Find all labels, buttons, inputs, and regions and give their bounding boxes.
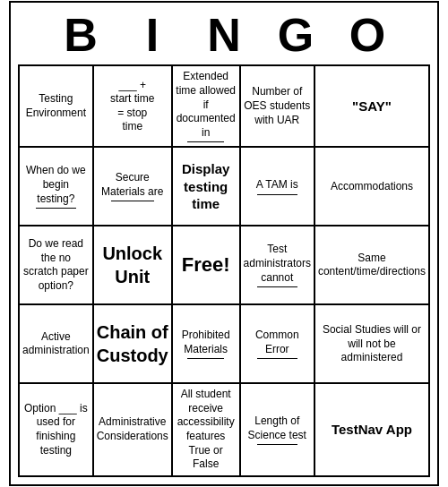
cell-11: Unlock Unit xyxy=(94,226,173,305)
cell-text-17: Prohibited Materials xyxy=(176,329,237,356)
cell-text-14: Same content/time/directions xyxy=(318,252,426,279)
cell-text-21: Administrative Considerations xyxy=(97,415,168,443)
cell-3: Number of OES students with UAR xyxy=(241,66,315,148)
cell-6: Secure Materials are xyxy=(94,148,173,226)
cell-15: Active administration xyxy=(20,305,94,384)
cell-21: Administrative Considerations xyxy=(94,384,173,477)
cell-8: A TAM is xyxy=(241,148,315,226)
cell-text-7: Display testing time xyxy=(176,160,237,213)
cell-19: Social Studies will or will not be admin… xyxy=(315,305,430,384)
cell-text-23: Length of Science test xyxy=(244,414,311,442)
cell-18: Common Error xyxy=(241,305,315,384)
cell-text-1: time xyxy=(122,120,142,134)
cell-text-22: All student receive accessibility featur… xyxy=(176,388,237,472)
cell-5: When do we begin testing? xyxy=(20,148,94,226)
cell-text-12: Free! xyxy=(182,252,230,278)
cell-text-1: = stop xyxy=(117,107,147,121)
letter-n: N xyxy=(188,10,260,61)
cell-text-2: Extended time allowed if documented in xyxy=(176,70,237,140)
cell-17: Prohibited Materials xyxy=(173,305,241,384)
cell-text-13: Test administrators cannot xyxy=(244,243,311,285)
cell-text-1: start time xyxy=(110,92,154,107)
cell-9: Accommodations xyxy=(315,148,430,226)
cell-text-10: Do we read the no scratch paper option? xyxy=(22,237,90,293)
cell-text-24: TestNav App xyxy=(332,421,412,439)
bingo-title: B I N G O xyxy=(18,10,430,61)
cell-2: Extended time allowed if documented in xyxy=(173,66,241,148)
cell-24: TestNav App xyxy=(315,384,430,477)
cell-text-5: When do we begin testing? xyxy=(22,164,90,206)
cell-13: Test administrators cannot xyxy=(241,226,315,305)
letter-g: G xyxy=(260,10,332,61)
cell-text-6: Secure Materials are xyxy=(97,171,168,199)
cell-4: "SAY" xyxy=(315,66,430,148)
cell-text-0: Testing Environment xyxy=(22,92,90,120)
cell-text-8: A TAM is xyxy=(256,178,298,192)
cell-0: Testing Environment xyxy=(20,66,94,148)
cell-1: ___ +start time= stoptime xyxy=(94,66,173,148)
cell-23: Length of Science test xyxy=(241,384,315,477)
letter-b: B xyxy=(45,10,116,61)
cell-text-11: Unlock Unit xyxy=(97,242,168,288)
cell-12: Free! xyxy=(173,226,241,305)
cell-10: Do we read the no scratch paper option? xyxy=(20,226,94,305)
letter-o: O xyxy=(332,10,403,61)
cell-text-9: Accommodations xyxy=(331,180,413,194)
cell-text-4: "SAY" xyxy=(352,98,392,115)
cell-text-15: Active administration xyxy=(22,330,90,358)
bingo-card: B I N G O Testing Environment___ +start … xyxy=(9,1,439,486)
cell-text-20: Option ___ is used for finishing testing xyxy=(22,402,90,457)
cell-14: Same content/time/directions xyxy=(315,226,430,305)
cell-7: Display testing time xyxy=(173,148,241,226)
letter-i: I xyxy=(116,10,188,61)
cell-text-1: ___ + xyxy=(119,79,146,93)
cell-text-19: Social Studies will or will not be admin… xyxy=(318,323,426,365)
cell-text-3: Number of OES students with UAR xyxy=(244,85,311,127)
cell-text-16: Chain of Custody xyxy=(97,320,168,367)
cell-text-18: Common Error xyxy=(244,329,311,356)
cell-16: Chain of Custody xyxy=(94,305,173,384)
bingo-grid: Testing Environment___ +start time= stop… xyxy=(18,64,430,477)
cell-20: Option ___ is used for finishing testing xyxy=(20,384,94,477)
cell-22: All student receive accessibility featur… xyxy=(173,384,241,477)
